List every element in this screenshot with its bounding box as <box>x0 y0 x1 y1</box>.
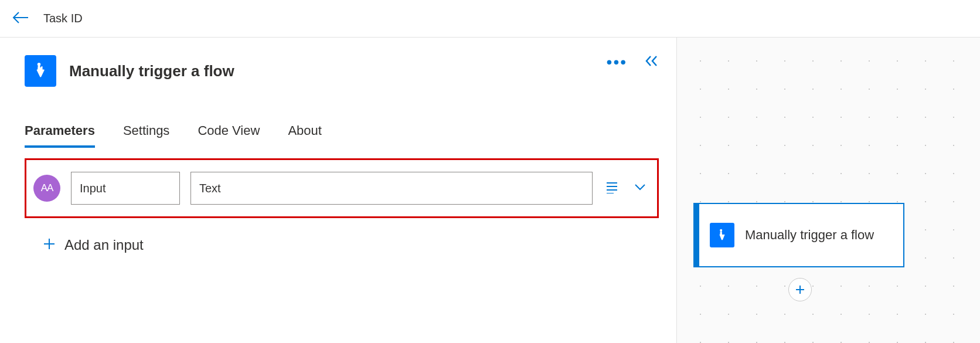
tab-bar: Parameters Settings Code View About <box>25 123 659 148</box>
canvas-grid <box>677 38 980 343</box>
tab-about[interactable]: About <box>288 123 322 148</box>
tab-code-view[interactable]: Code View <box>198 123 260 148</box>
top-bar: Task ID <box>0 0 980 38</box>
page-title: Task ID <box>43 12 83 25</box>
tab-settings[interactable]: Settings <box>123 123 170 148</box>
add-input-label: Add an input <box>64 237 144 253</box>
trigger-node[interactable]: Manually trigger a flow <box>693 203 904 267</box>
input-parameter-row: AA <box>25 158 659 218</box>
add-input-button[interactable]: Add an input <box>42 237 659 253</box>
trigger-node-label: Manually trigger a flow <box>745 226 874 244</box>
more-menu-icon[interactable]: ••• <box>607 59 627 65</box>
trigger-icon <box>25 55 56 87</box>
text-type-icon: AA <box>33 175 60 202</box>
config-panel: Manually trigger a flow ••• Parameters S… <box>0 38 677 343</box>
panel-controls: ••• <box>607 55 660 69</box>
main-wrap: Manually trigger a flow ••• Parameters S… <box>0 38 980 343</box>
svg-point-0 <box>38 63 41 66</box>
input-value-field[interactable] <box>190 172 593 205</box>
panel-header: Manually trigger a flow <box>25 55 659 87</box>
plus-icon <box>42 237 56 253</box>
input-name-field[interactable] <box>71 172 180 205</box>
list-options-icon[interactable] <box>605 181 618 196</box>
svg-point-7 <box>720 229 722 232</box>
flow-canvas[interactable]: Manually trigger a flow <box>677 38 980 343</box>
back-arrow-icon[interactable] <box>12 11 29 27</box>
chevron-down-icon[interactable] <box>634 183 646 193</box>
trigger-node-icon <box>710 223 734 247</box>
add-step-button[interactable] <box>788 278 812 301</box>
tab-parameters[interactable]: Parameters <box>25 123 95 148</box>
panel-title: Manually trigger a flow <box>69 62 234 80</box>
collapse-panel-icon[interactable] <box>645 55 660 69</box>
